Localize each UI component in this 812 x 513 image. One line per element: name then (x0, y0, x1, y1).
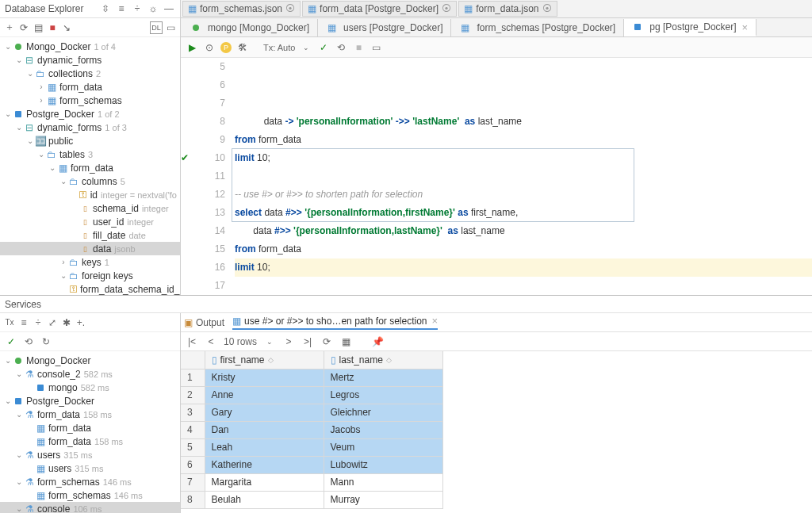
close-icon[interactable]: × (742, 21, 749, 33)
tree-row[interactable]: ⌄Postgre_Docker (0, 394, 180, 408)
undo-icon[interactable]: ⟲ (22, 335, 35, 348)
tree-arrow-icon[interactable]: ⌄ (25, 69, 35, 78)
tree-row[interactable]: ▦form_schemas146 ms (0, 488, 180, 502)
tree-arrow-icon[interactable] (25, 464, 35, 473)
file-tab[interactable]: ▦form_data [Postgre_Docker]⦿ (302, 1, 457, 17)
cell[interactable]: Lubowitz (324, 456, 442, 473)
redo-icon[interactable]: ↻ (40, 335, 52, 348)
collapse-icon[interactable]: ⇳ (99, 2, 112, 15)
tree-arrow-icon[interactable]: › (36, 82, 46, 92)
tree-row[interactable]: ⌄🗀collections2 (0, 67, 180, 80)
code-line[interactable]: -- use #> or #>> to shorten path for sel… (235, 186, 812, 204)
hide-icon[interactable]: — (163, 2, 175, 15)
result-tab[interactable]: ▦ use #> or #>> to sho…en path for selec… (232, 315, 438, 330)
chevron-down-icon[interactable]: ⌄ (263, 335, 276, 348)
tree-row[interactable]: ▯schema_idinteger (0, 201, 180, 215)
tree-row[interactable]: ▦form_data158 ms (0, 435, 180, 448)
code-line[interactable]: data #>> '{personalInformation,lastName}… (235, 222, 812, 240)
view-icon[interactable]: ▦ (339, 335, 352, 348)
cell[interactable]: Veum (324, 438, 442, 456)
column-header[interactable]: ▯first_name◇ (205, 351, 324, 369)
cell[interactable]: Margarita (205, 473, 324, 491)
code-line[interactable]: from form_data (235, 240, 812, 258)
tree-arrow-icon[interactable] (25, 437, 35, 446)
tree-row[interactable]: ⌄⚗console106 ms (0, 502, 180, 513)
console-tab[interactable]: ▦users [Postgre_Docker] (318, 19, 451, 36)
tree-row[interactable]: ▯fill_datedate (0, 228, 180, 242)
run-icon[interactable]: ▶ (186, 41, 198, 54)
cell[interactable]: Dan (205, 421, 324, 438)
tree-row[interactable]: ▦form_data (0, 421, 180, 435)
tree-arrow-icon[interactable]: › (59, 258, 68, 267)
console-tab[interactable]: mongo [Mongo_Docker] (182, 19, 318, 36)
commit-icon[interactable]: ✓ (317, 41, 330, 54)
tree-arrow-icon[interactable]: ⌄ (14, 410, 24, 419)
tree-row[interactable]: ⌄Mongo_Docker1 of 4 (0, 40, 180, 53)
tree-arrow-icon[interactable]: ⌄ (36, 150, 46, 159)
tree-row[interactable]: ⚿form_data_schema_id_ (0, 282, 180, 295)
tree-arrow-icon[interactable]: ⌄ (14, 56, 24, 65)
tree-arrow-icon[interactable]: ⌄ (3, 109, 13, 119)
ddl-icon[interactable]: DL (150, 21, 163, 34)
sort-icon[interactable]: ◇ (268, 356, 274, 364)
tree-arrow-icon[interactable]: ⌄ (14, 369, 24, 379)
code-line[interactable]: select data #>> '{personalInformation,fi… (235, 204, 812, 222)
settings-icon[interactable]: 🛠 (236, 41, 249, 54)
adjust-icon[interactable]: ≡ (115, 2, 128, 15)
tree-arrow-icon[interactable] (70, 217, 79, 227)
expand-icon[interactable]: ⤢ (46, 316, 59, 329)
code-line[interactable]: data -> 'personalInformation' ->> 'lastN… (235, 113, 812, 131)
table-row[interactable]: 8BeulahMurray (181, 491, 442, 508)
close-icon[interactable]: × (432, 315, 439, 327)
table-row[interactable]: 4DanJacobs (181, 421, 442, 438)
tree-arrow-icon[interactable]: ⌄ (25, 136, 35, 146)
tree-arrow-icon[interactable]: ⌄ (14, 504, 24, 514)
tree-row[interactable]: ▦users315 ms (0, 461, 180, 475)
tree-arrow-icon[interactable]: ⌄ (14, 477, 24, 487)
stop-icon[interactable]: ■ (46, 21, 59, 34)
table-row[interactable]: 3GaryGleichner (181, 404, 442, 421)
cell[interactable]: Mann (324, 473, 442, 491)
refresh-icon[interactable]: ⟳ (17, 21, 30, 34)
tree-arrow-icon[interactable]: ⌄ (14, 450, 24, 460)
cancel-icon[interactable]: ■ (352, 41, 365, 54)
cell[interactable]: Legros (324, 386, 442, 404)
cell[interactable]: Gary (205, 404, 324, 421)
console-tab[interactable]: pg [Postgre_Docker]× (624, 19, 756, 36)
cell[interactable]: Beulah (205, 491, 324, 508)
check-icon[interactable]: ✓ (5, 335, 17, 348)
tree-row[interactable]: ▯datajsonb (0, 242, 180, 255)
next-page-icon[interactable]: > (282, 335, 295, 348)
layout-icon[interactable]: ▭ (370, 41, 382, 54)
table-row[interactable]: 6KatherineLubowitz (181, 456, 442, 473)
last-page-icon[interactable]: >| (301, 335, 314, 348)
table-row[interactable]: 2AnneLegros (181, 386, 442, 404)
tree-row[interactable]: ⌄⚗form_schemas146 ms (0, 475, 180, 488)
cell[interactable]: Katherine (205, 456, 324, 473)
tree-arrow-icon[interactable]: ⌄ (48, 163, 57, 173)
tree-row[interactable]: ›▦form_schemas (0, 94, 180, 107)
divide2-icon[interactable]: ÷ (32, 316, 44, 329)
add-icon[interactable]: ＋ (3, 21, 16, 34)
add2-icon[interactable]: +. (75, 316, 87, 329)
code-line[interactable]: limit 10; (235, 258, 812, 277)
tree-arrow-icon[interactable]: ⌄ (3, 396, 13, 406)
pin-icon[interactable]: ✱ (60, 316, 73, 329)
cell[interactable]: Leah (205, 438, 324, 456)
tree-arrow-icon[interactable]: ⌄ (59, 271, 68, 281)
sort-icon[interactable]: ◇ (386, 356, 392, 364)
tree-row[interactable]: ⌄🗀columns5 (0, 174, 180, 188)
jump-icon[interactable]: ↘ (60, 21, 73, 34)
tree-arrow-icon[interactable] (70, 204, 79, 213)
tree-arrow-icon[interactable] (70, 244, 79, 254)
column-header[interactable]: ▯last_name◇ (324, 351, 442, 369)
tree-row[interactable]: ⌄🗀foreign keys (0, 269, 180, 282)
tree-row[interactable]: ⌄🗀tables3 (0, 147, 180, 161)
tree-arrow-icon[interactable]: ⌄ (59, 177, 68, 186)
tree-row[interactable]: ⚿idinteger = nextval('fo (0, 188, 180, 201)
tree-row[interactable]: ⌄⚗users315 ms (0, 448, 180, 461)
run-line-icon[interactable]: ✔ (181, 152, 189, 163)
table-row[interactable]: 7MargaritaMann (181, 473, 442, 491)
gear-icon[interactable]: ☼ (147, 2, 159, 15)
rollback-icon[interactable]: ⟲ (335, 41, 347, 54)
